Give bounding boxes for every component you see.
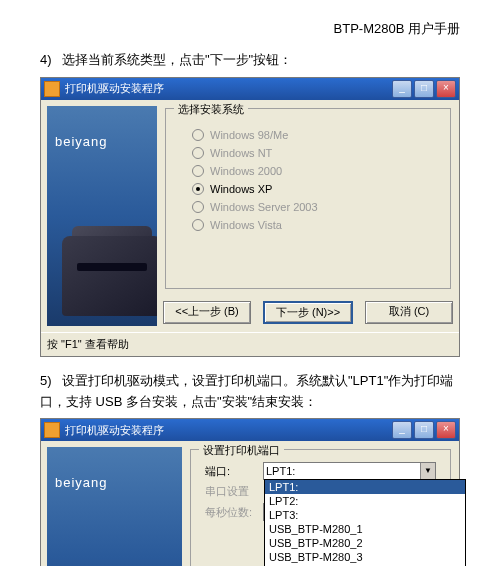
radio-label: Windows 2000 — [210, 165, 282, 177]
next-button[interactable]: 下一步 (N)>> — [263, 301, 353, 324]
step-5-text: 设置打印机驱动模式，设置打印机端口。系统默认"LPT1"作为打印端口，支持 US… — [40, 373, 453, 409]
window-title: 打印机驱动安装程序 — [65, 81, 392, 96]
os-radio-option[interactable]: Windows 2000 — [192, 165, 442, 177]
wizard-buttons: <<上一步 (B) 下一步 (N)>> 取消 (C) — [163, 297, 453, 326]
port-option[interactable]: USB_BTP-M280_2 — [265, 536, 465, 550]
bps-label: 每秒位数: — [205, 505, 263, 520]
step-4-text: 选择当前系统类型，点击"下一步"按钮： — [62, 52, 292, 67]
os-radio-option[interactable]: Windows NT — [192, 147, 442, 159]
serial-label: 串口设置 — [205, 484, 263, 499]
minimize-button[interactable]: _ — [392, 80, 412, 98]
group-legend: 选择安装系统 — [174, 102, 248, 117]
chevron-down-icon[interactable]: ▼ — [420, 463, 435, 479]
radio-label: Windows XP — [210, 183, 272, 195]
left-branding-pane: beiyang — [47, 447, 182, 566]
step-5-num: 5) — [40, 371, 62, 392]
port-option[interactable]: LPT1: — [265, 480, 465, 494]
port-option[interactable]: LPT2: — [265, 494, 465, 508]
port-option[interactable]: USB_BTP-M280_1 — [265, 522, 465, 536]
brand-text: beiyang — [55, 475, 108, 490]
printer-image — [52, 542, 172, 566]
os-select-group: 选择安装系统 Windows 98/MeWindows NTWindows 20… — [165, 108, 451, 289]
minimize-button[interactable]: _ — [392, 421, 412, 439]
os-radio-option[interactable]: Windows Vista — [192, 219, 442, 231]
right-content-pane: 设置打印机端口 端口: LPT1: ▼ LPT1:LPT2:LPT3:USB_B… — [188, 447, 453, 566]
left-branding-pane: beiyang — [47, 106, 157, 326]
radio-label: Windows 98/Me — [210, 129, 288, 141]
installer-window-1: 打印机驱动安装程序 _ □ × beiyang 选择安装系统 Windows 9… — [40, 77, 460, 357]
maximize-button[interactable]: □ — [414, 421, 434, 439]
titlebar[interactable]: 打印机驱动安装程序 _ □ × — [41, 78, 459, 100]
right-content-pane: 选择安装系统 Windows 98/MeWindows NTWindows 20… — [163, 106, 453, 326]
radio-dot-icon — [192, 147, 204, 159]
window-title: 打印机驱动安装程序 — [65, 423, 392, 438]
os-radio-option[interactable]: Windows XP — [192, 183, 442, 195]
back-button[interactable]: <<上一步 (B) — [163, 301, 251, 324]
app-icon — [44, 81, 60, 97]
maximize-button[interactable]: □ — [414, 80, 434, 98]
os-radio-list: Windows 98/MeWindows NTWindows 2000Windo… — [174, 117, 442, 231]
step-5: 5)设置打印机驱动模式，设置打印机端口。系统默认"LPT1"作为打印端口，支持 … — [40, 371, 460, 413]
window-buttons: _ □ × — [392, 421, 456, 439]
port-option[interactable]: LPT3: — [265, 508, 465, 522]
step-4: 4)选择当前系统类型，点击"下一步"按钮： — [40, 50, 460, 71]
port-select-value: LPT1: — [266, 465, 295, 477]
help-bar: 按 "F1" 查看帮助 — [41, 332, 459, 356]
port-label: 端口: — [205, 464, 263, 479]
close-button[interactable]: × — [436, 421, 456, 439]
radio-dot-icon — [192, 165, 204, 177]
window-buttons: _ □ × — [392, 80, 456, 98]
step-4-num: 4) — [40, 50, 62, 71]
titlebar[interactable]: 打印机驱动安装程序 _ □ × — [41, 419, 459, 441]
cancel-button[interactable]: 取消 (C) — [365, 301, 453, 324]
port-dropdown-list: LPT1:LPT2:LPT3:USB_BTP-M280_1USB_BTP-M28… — [264, 479, 466, 566]
close-button[interactable]: × — [436, 80, 456, 98]
os-radio-option[interactable]: Windows 98/Me — [192, 129, 442, 141]
radio-label: Windows NT — [210, 147, 272, 159]
port-row: 端口: LPT1: ▼ LPT1:LPT2:LPT3:USB_BTP-M280_… — [199, 462, 442, 480]
brand-text: beiyang — [55, 134, 108, 149]
radio-dot-icon — [192, 129, 204, 141]
port-settings-group: 设置打印机端口 端口: LPT1: ▼ LPT1:LPT2:LPT3:USB_B… — [190, 449, 451, 566]
page-header: BTP-M280B 用户手册 — [40, 20, 460, 38]
port-select[interactable]: LPT1: ▼ LPT1:LPT2:LPT3:USB_BTP-M280_1USB… — [263, 462, 436, 480]
group-legend: 设置打印机端口 — [199, 443, 284, 458]
radio-dot-icon — [192, 219, 204, 231]
radio-label: Windows Server 2003 — [210, 201, 318, 213]
os-radio-option[interactable]: Windows Server 2003 — [192, 201, 442, 213]
installer-window-2: 打印机驱动安装程序 _ □ × beiyang 设置打印机端口 端口: LPT1… — [40, 418, 460, 566]
radio-dot-icon — [192, 183, 204, 195]
printer-image — [52, 201, 157, 316]
radio-dot-icon — [192, 201, 204, 213]
port-option[interactable]: USB_BTP-M280_3 — [265, 550, 465, 564]
radio-label: Windows Vista — [210, 219, 282, 231]
app-icon — [44, 422, 60, 438]
